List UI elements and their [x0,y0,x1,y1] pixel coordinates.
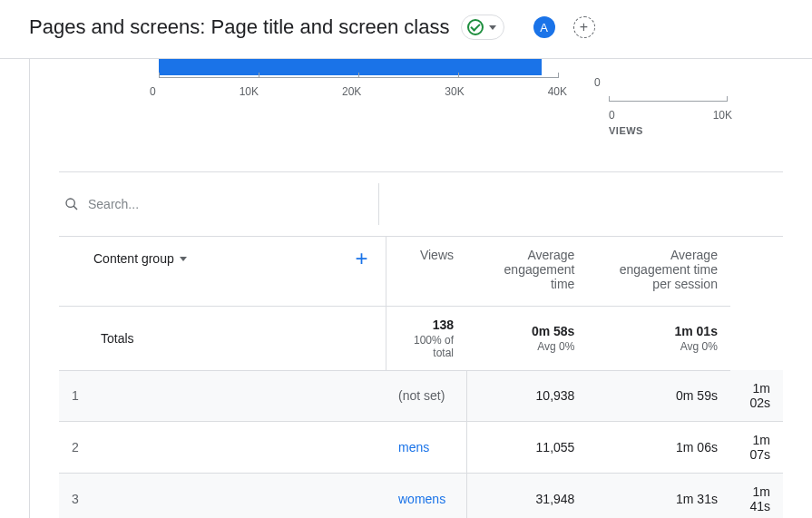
row-aet: 1m 06s [587,422,730,474]
dimension-dropdown[interactable]: Content group [93,251,187,266]
x-axis-labels: 0 10K 20K 30K 40K [150,85,567,98]
tick-label: 40K [548,85,567,98]
column-header-aet[interactable]: Average engagement time [466,237,587,306]
chart-bar [159,59,542,75]
check-circle-icon [467,19,484,35]
totals-views: 138 100% of total [386,306,466,370]
add-dimension-button[interactable]: + [351,248,373,269]
row-views: 31,948 [466,474,587,519]
row-aets: 1m 02s [730,370,783,422]
row-name: (not set) [386,370,466,422]
add-segment-button[interactable] [573,16,595,38]
chevron-down-icon [180,257,187,261]
row-views: 11,055 [466,422,587,474]
data-table: Content group + Views Average engagement… [59,237,783,518]
search-row [59,172,783,237]
tick-label: 10K [713,109,732,122]
svg-point-0 [66,199,74,207]
tick-label: 20K [342,85,361,98]
zero-label: 0 [594,76,601,89]
chart-area: 0 10K 20K 30K 40K 0 0 10K VIEWS [59,59,783,171]
table-row: 3womens31,9481m 31s1m 41s [59,474,783,519]
row-aet: 1m 31s [587,474,730,519]
x-axis [159,77,558,78]
content-area: 0 10K 20K 30K 40K 0 0 10K VIEWS [29,59,812,518]
row-index: 2 [59,422,386,474]
side-x-axis: 0 [609,101,727,102]
tick-label: 0 [609,109,615,122]
totals-label: Totals [59,306,386,370]
segment-avatar[interactable]: A [533,16,555,38]
svg-line-1 [73,206,77,210]
row-views: 10,938 [466,370,587,422]
views-label: VIEWS [609,125,783,136]
page-title: Pages and screens: Page title and screen… [29,15,450,39]
side-chart: 0 0 10K VIEWS [609,59,783,150]
search-input[interactable] [88,197,364,211]
dimension-label: Content group [93,251,174,266]
table-row: 1(not set)10,9380m 59s1m 02s [59,370,783,422]
row-index: 1 [59,370,386,422]
totals-aet: 0m 58s Avg 0% [466,306,587,370]
totals-aets: 1m 01s Avg 0% [587,306,730,370]
tick-label: 10K [240,85,259,98]
side-tick-labels: 0 10K [609,109,732,122]
main-bar-chart: 0 10K 20K 30K 40K [59,59,582,132]
row-name[interactable]: mens [386,422,466,474]
row-index: 3 [59,474,386,519]
row-aet: 0m 59s [587,370,730,422]
row-aets: 1m 07s [730,422,783,474]
column-header-views[interactable]: Views [386,237,466,306]
search-icon [64,197,79,211]
page-header: Pages and screens: Page title and screen… [0,0,812,59]
table-row: 2mens11,0551m 06s1m 07s [59,422,783,474]
status-dropdown[interactable] [461,15,504,40]
row-name[interactable]: womens [386,474,466,519]
chevron-down-icon [489,25,496,30]
tick-label: 30K [445,85,464,98]
row-aets: 1m 41s [730,474,783,519]
tick-label: 0 [150,85,156,98]
column-header-aets[interactable]: Average engagement time per session [587,237,730,306]
